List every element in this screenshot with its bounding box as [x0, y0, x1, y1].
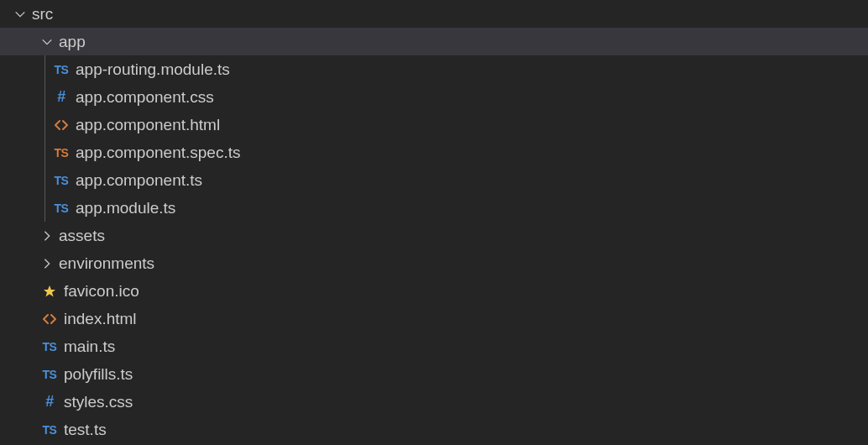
file-app-routing-module-ts[interactable]: TS app-routing.module.ts: [0, 55, 868, 83]
file-test-ts[interactable]: TS test.ts: [0, 416, 868, 443]
typescript-icon: TS: [40, 340, 59, 353]
folder-label: assets: [59, 227, 105, 245]
folder-app[interactable]: app: [0, 28, 868, 55]
folder-src[interactable]: src: [0, 0, 868, 28]
chevron-down-icon: [40, 35, 54, 49]
css-icon: #: [40, 393, 59, 411]
file-polyfills-ts[interactable]: TS polyfills.ts: [0, 360, 868, 388]
file-styles-css[interactable]: # styles.css: [0, 388, 868, 416]
file-app-component-css[interactable]: # app.component.css: [0, 83, 868, 111]
typescript-icon: TS: [52, 63, 71, 76]
chevron-right-icon: [40, 257, 54, 270]
typescript-icon: TS: [52, 202, 71, 215]
html-icon: [40, 312, 59, 326]
chevron-right-icon: [40, 229, 54, 243]
file-label: styles.css: [64, 393, 133, 411]
typescript-icon: TS: [40, 423, 59, 437]
html-icon: [52, 118, 71, 132]
file-index-html[interactable]: index.html: [0, 305, 868, 332]
file-main-ts[interactable]: TS main.ts: [0, 332, 868, 360]
file-explorer-tree: src app TS app-routing.module.ts # app.c…: [0, 0, 868, 443]
file-app-component-html[interactable]: app.component.html: [0, 111, 868, 139]
folder-assets[interactable]: assets: [0, 222, 868, 249]
folder-label: environments: [59, 254, 154, 273]
favicon-icon: [40, 285, 59, 298]
file-label: polyfills.ts: [64, 365, 133, 384]
typescript-icon: TS: [52, 174, 71, 187]
folder-environments[interactable]: environments: [0, 249, 868, 277]
file-label: app.module.ts: [76, 199, 175, 217]
file-app-module-ts[interactable]: TS app.module.ts: [0, 194, 868, 222]
typescript-icon: TS: [40, 368, 59, 381]
folder-label: src: [32, 5, 53, 24]
css-icon: #: [52, 88, 71, 106]
typescript-spec-icon: TS: [52, 146, 71, 160]
file-label: main.ts: [64, 338, 115, 356]
file-label: app.component.ts: [76, 171, 202, 190]
folder-label: app: [59, 33, 86, 51]
file-app-component-spec-ts[interactable]: TS app.component.spec.ts: [0, 139, 868, 166]
file-label: test.ts: [64, 421, 107, 439]
file-label: index.html: [64, 310, 137, 328]
file-label: app.component.html: [76, 116, 220, 134]
file-label: app.component.spec.ts: [76, 144, 240, 162]
file-label: favicon.ico: [64, 282, 139, 301]
chevron-down-icon: [13, 8, 27, 21]
file-favicon-ico[interactable]: favicon.ico: [0, 277, 868, 305]
file-label: app.component.css: [76, 88, 214, 107]
file-label: app-routing.module.ts: [76, 60, 230, 79]
file-app-component-ts[interactable]: TS app.component.ts: [0, 166, 868, 194]
